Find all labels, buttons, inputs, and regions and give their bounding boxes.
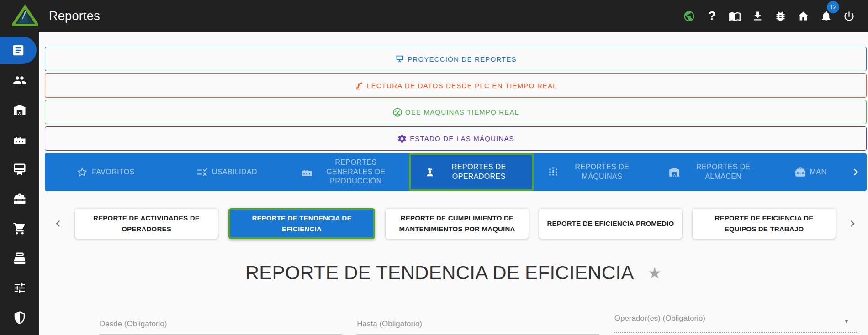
notifications-icon[interactable]: 12 xyxy=(820,10,832,22)
tab-reportes-generales-produccion[interactable]: REPORTES GENERALES DE PRODUCCIÓN xyxy=(287,153,409,191)
help-icon[interactable]: ? xyxy=(706,10,718,22)
report-chip-label: REPORTE DE ACTIVIDADES DE OPERADORES xyxy=(82,213,211,235)
tab-label: REPORTES DE MÁQUINAS xyxy=(563,162,641,182)
report-chip-actividades-operadores[interactable]: REPORTE DE ACTIVIDADES DE OPERADORES xyxy=(75,209,218,239)
quick-link-label: OEE MAQUINAS TIEMPO REAL xyxy=(405,108,519,116)
toolbox-icon xyxy=(794,166,806,178)
main-content: PROYECCIÓN DE REPORTES LECTURA DE DATOS … xyxy=(39,32,868,335)
tab-label: REPORTES GENERALES DE PRODUCCIÓN xyxy=(317,158,395,186)
report-chip-tendencia-eficiencia[interactable]: REPORTE DE TENDENCIA DE EFICIENCIA xyxy=(228,208,375,239)
sidebar-item-users[interactable] xyxy=(0,65,39,95)
home-icon[interactable] xyxy=(797,10,810,22)
tab-favoritos[interactable]: FAVORITOS xyxy=(45,153,166,191)
star-outline-icon xyxy=(76,166,88,178)
report-chip-label: REPORTE DE CUMPLIMIENTO DE MANTENIMIENTO… xyxy=(393,213,521,235)
report-chip-cumplimiento-mantenimientos[interactable]: REPORTE DE CUMPLIMIENTO DE MANTENIMIENTO… xyxy=(386,209,529,239)
field-underline-dotted xyxy=(614,332,857,333)
quick-link-oee[interactable]: OEE MAQUINAS TIEMPO REAL xyxy=(45,100,867,124)
tab-mantenimiento-truncated[interactable]: MAN xyxy=(776,153,845,191)
download-icon[interactable] xyxy=(752,10,764,22)
desde-date-field[interactable]: Desde (Obligatorio) xyxy=(100,315,342,335)
report-filters-form: Desde (Obligatorio) Hasta (Obligatorio) … xyxy=(100,315,857,335)
gauge-icon xyxy=(392,107,402,117)
warehouse-icon xyxy=(13,103,26,117)
report-chip-label: REPORTE DE EFICIENCIA DE EQUIPOS DE TRAB… xyxy=(700,213,828,235)
operadores-field-label: Operador(es) (Obligatorio) xyxy=(614,314,705,323)
category-tabbar: FAVORITOS USABILIDAD REPORTES GENERALES … xyxy=(45,153,867,191)
quick-link-estado-maquinas[interactable]: ESTADO DE LAS MÁQUINAS xyxy=(45,126,867,151)
report-tabs-next-button[interactable] xyxy=(846,217,859,230)
sidebar-item-production[interactable] xyxy=(0,125,39,154)
machine-grid-icon xyxy=(547,166,559,178)
quick-link-label: LECTURA DE DATOS DESDE PLC EN TIEMPO REA… xyxy=(367,82,557,89)
manual-book-icon[interactable] xyxy=(729,10,741,22)
warehouse-icon xyxy=(668,166,680,178)
toolbox-icon xyxy=(13,192,26,206)
bug-icon[interactable] xyxy=(774,10,787,22)
power-icon[interactable] xyxy=(843,10,855,22)
factory-icon xyxy=(13,133,26,147)
tab-label: REPORTES DE ALMACEN xyxy=(684,162,762,182)
certificate-icon xyxy=(13,162,26,176)
sidebar-item-configuration[interactable] xyxy=(0,273,39,303)
report-chip-label: REPORTE DE EFICIENCIA PROMEDIO xyxy=(547,218,674,229)
chevron-right-icon xyxy=(846,217,859,230)
sidebar-item-warehouse[interactable] xyxy=(0,95,39,125)
field-underline xyxy=(100,334,342,335)
report-title-row: REPORTE DE TENDENCIA DE EFICIENCIA ★ xyxy=(39,262,868,284)
page-title: Reportes xyxy=(49,9,100,23)
sidebar-item-tools[interactable] xyxy=(0,184,39,214)
report-chip-eficiencia-promedio[interactable]: REPORTE DE EFICIENCIA PROMEDIO xyxy=(539,209,682,239)
report-tabs-prev-button[interactable] xyxy=(52,217,64,230)
desde-field-label: Desde (Obligatorio) xyxy=(100,319,167,329)
quick-link-proyeccion[interactable]: PROYECCIÓN DE REPORTES xyxy=(45,47,867,71)
robot-arm-icon xyxy=(354,81,364,91)
chevron-right-icon xyxy=(849,165,863,179)
engineer-icon xyxy=(424,166,436,178)
tab-reportes-de-maquinas[interactable]: REPORTES DE MÁQUINAS xyxy=(534,153,655,191)
quick-link-label: ESTADO DE LAS MÁQUINAS xyxy=(410,135,514,142)
report-chip-label: REPORTE DE TENDENCIA DE EFICIENCIA xyxy=(238,213,366,235)
quick-links: PROYECCIÓN DE REPORTES LECTURA DE DATOS … xyxy=(39,32,868,151)
dropdown-caret-icon: ▼ xyxy=(844,319,849,324)
quick-link-label: PROYECCIÓN DE REPORTES xyxy=(408,55,517,63)
tab-label: USABILIDAD xyxy=(212,168,257,177)
tab-label: REPORTES DE OPERADORES xyxy=(439,162,518,182)
tabbar-next-button[interactable] xyxy=(845,153,867,191)
projection-screen-icon xyxy=(395,54,405,64)
gear-icon xyxy=(397,134,407,144)
shield-icon xyxy=(13,311,26,325)
globe-icon[interactable] xyxy=(683,10,695,22)
sidebar-item-sales[interactable] xyxy=(0,243,39,273)
sidebar-item-security[interactable] xyxy=(0,303,39,332)
users-icon xyxy=(13,73,26,87)
tab-label: FAVORITOS xyxy=(92,168,135,177)
sidebar xyxy=(0,32,39,335)
app-logo-icon[interactable] xyxy=(12,5,38,26)
tab-usabilidad[interactable]: USABILIDAD xyxy=(166,153,288,191)
topbar: Reportes ? 12 xyxy=(0,0,868,32)
notification-badge: 12 xyxy=(827,1,839,13)
hasta-date-field[interactable]: Hasta (Obligatorio) xyxy=(357,315,599,335)
hasta-field-label: Hasta (Obligatorio) xyxy=(357,319,422,329)
cash-register-icon xyxy=(13,251,26,265)
sidebar-item-certifications[interactable] xyxy=(0,154,39,184)
report-tabs-row: REPORTE DE ACTIVIDADES DE OPERADORES REP… xyxy=(39,208,868,239)
quick-link-lectura-plc[interactable]: LECTURA DE DATOS DESDE PLC EN TIEMPO REA… xyxy=(45,73,867,98)
topbar-actions: ? 12 xyxy=(683,10,868,22)
tab-reportes-de-almacen[interactable]: REPORTES DE ALMACEN xyxy=(655,153,777,191)
tab-label: MAN xyxy=(810,168,827,177)
star-icon[interactable]: ★ xyxy=(648,265,662,281)
tab-reportes-de-operadores[interactable]: REPORTES DE OPERADORES xyxy=(409,153,534,191)
tune-icon xyxy=(13,281,26,295)
field-underline xyxy=(357,334,599,335)
sidebar-item-reports[interactable] xyxy=(0,37,37,64)
chevron-left-icon xyxy=(52,217,64,230)
shopping-cart-icon xyxy=(13,222,26,236)
usability-rule-icon xyxy=(196,166,208,178)
operadores-select-field[interactable]: Operador(es) (Obligatorio) ▼ xyxy=(614,315,857,335)
factory-icon xyxy=(301,166,313,178)
sidebar-item-purchases[interactable] xyxy=(0,214,39,243)
report-title: REPORTE DE TENDENCIA DE EFICIENCIA xyxy=(245,262,634,284)
report-chip-eficiencia-equipos[interactable]: REPORTE DE EFICIENCIA DE EQUIPOS DE TRAB… xyxy=(693,209,836,239)
